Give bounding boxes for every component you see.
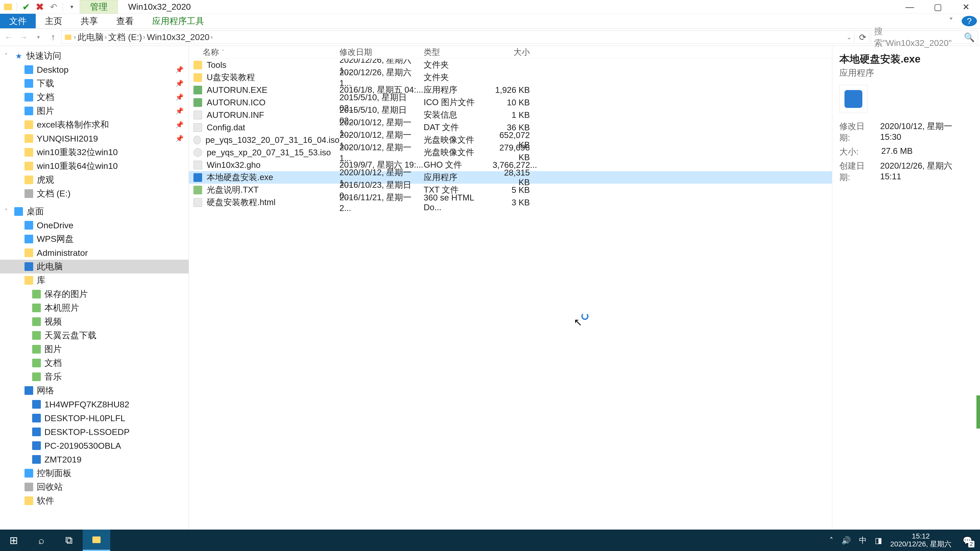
taskbar-search-button[interactable]: ⌕ — [27, 530, 55, 551]
tray-app-icon[interactable]: ◨ — [875, 536, 882, 545]
maximize-button[interactable]: ▢ — [924, 0, 952, 14]
file-row[interactable]: pe_yqs_xp_20_07_31_15_53.iso2020/10/12, … — [189, 146, 832, 159]
column-size[interactable]: 大小 — [493, 47, 536, 58]
tray-overflow-icon[interactable]: ˄ — [829, 536, 833, 545]
edge-tab[interactable] — [977, 395, 980, 429]
taskbar-clock[interactable]: 15:12 2020/12/26, 星期六 — [890, 532, 951, 548]
tree-item[interactable]: 库 — [0, 273, 189, 287]
tree-item[interactable]: 本机照片 — [0, 301, 189, 315]
tree-item[interactable]: 天翼云盘下载 — [0, 329, 189, 342]
file-row[interactable]: AUTORUN.EXE2016/1/8, 星期五 04:...应用程序1,926… — [189, 84, 832, 96]
tree-item[interactable]: DESKTOP-HL0PLFL — [0, 411, 189, 425]
tree-item[interactable]: OneDrive — [0, 218, 189, 232]
tree-quick-access[interactable]: ˅ ★ 快速访问 — [0, 49, 189, 63]
tree-item[interactable]: PC-20190530OBLA — [0, 439, 189, 453]
recent-dropdown[interactable]: ▾ — [32, 30, 45, 44]
tree-item[interactable]: 图片📌 — [0, 104, 189, 118]
file-icon — [193, 161, 202, 169]
folder-icon — [92, 537, 100, 543]
tab-app-tools[interactable]: 应用程序工具 — [143, 14, 213, 28]
search-input[interactable]: 搜索"Win10x32_2020" 🔍 — [871, 30, 978, 44]
file-icon — [193, 148, 202, 157]
tree-item[interactable]: 1H4WPFQ7KZ8HU82 — [0, 397, 189, 411]
tree-item[interactable]: 控制面板 — [0, 466, 189, 480]
tree-item-icon — [24, 176, 33, 184]
file-row[interactable]: U盘安装教程2020/12/26, 星期六 1...文件夹 — [189, 71, 832, 84]
tree-network[interactable]: 网络 — [0, 384, 189, 397]
task-view-button[interactable]: ⧉ — [55, 530, 83, 551]
up-button[interactable]: ↑ — [46, 30, 60, 44]
tree-item[interactable]: WPS网盘 — [0, 232, 189, 246]
file-row[interactable]: 光盘说明.TXT2016/10/23, 星期日 0...TXT 文件5 KB — [189, 184, 832, 196]
tree-item[interactable]: 回收站 — [0, 480, 189, 494]
address-bar[interactable]: › 此电脑› 文档 (E:)› Win10x32_2020› ⌄ — [61, 30, 854, 44]
back-button[interactable]: ← — [2, 30, 15, 44]
tree-item[interactable]: 视频 — [0, 315, 189, 329]
details-value: 2020/12/26, 星期六 15:11 — [880, 160, 973, 183]
breadcrumb[interactable]: Win10x32_2020› — [147, 32, 213, 42]
tree-item-icon — [24, 189, 33, 198]
tree-item[interactable]: ZMT2019 — [0, 453, 189, 466]
tree-item[interactable]: 此电脑 — [0, 260, 189, 273]
tab-file[interactable]: 文件 — [0, 14, 36, 28]
help-button[interactable]: ? — [962, 16, 977, 26]
tree-item-label: 图片 — [37, 105, 54, 117]
column-date[interactable]: 修改日期 — [339, 47, 424, 58]
address-dropdown-icon[interactable]: ⌄ — [846, 34, 852, 41]
tree-item[interactable]: YUNQISHI2019📌 — [0, 132, 189, 145]
file-row[interactable]: 本地硬盘安装.exe2020/10/12, 星期一 1...应用程序28,315… — [189, 171, 832, 184]
tree-item[interactable]: excel表格制作求和📌 — [0, 118, 189, 132]
ime-indicator[interactable]: 中 — [859, 535, 867, 546]
tree-item[interactable]: 下载📌 — [0, 76, 189, 90]
tree-item[interactable]: 软件 — [0, 494, 189, 508]
tree-item-icon — [24, 235, 33, 243]
tree-item[interactable]: win10重装64位win10 — [0, 159, 189, 173]
tree-item[interactable]: 音乐 — [0, 370, 189, 384]
tree-item[interactable]: 文档 — [0, 356, 189, 370]
minimize-button[interactable]: — — [896, 0, 924, 14]
file-type: 360 se HTML Do... — [424, 193, 493, 212]
refresh-button[interactable]: ⟳ — [856, 30, 869, 44]
file-type: 应用程序 — [424, 84, 493, 96]
close-button[interactable]: ✕ — [952, 0, 980, 14]
tree-item[interactable]: DESKTOP-LSSOEDP — [0, 425, 189, 439]
file-list: 名称˄ 修改日期 类型 大小 Tools2020/12/26, 星期六 1...… — [189, 46, 832, 539]
nav-tree[interactable]: ˅ ★ 快速访问 Desktop📌下载📌文档📌图片📌excel表格制作求和📌YU… — [0, 46, 189, 539]
tree-item[interactable]: Administrator — [0, 246, 189, 260]
check-icon[interactable]: ✔ — [21, 2, 31, 12]
tree-item-label: 软件 — [37, 495, 54, 507]
taskbar-explorer[interactable] — [83, 530, 110, 551]
tree-item[interactable]: win10重装32位win10 — [0, 145, 189, 159]
file-row[interactable]: AUTORUN.INF2015/5/10, 星期日 02...安装信息1 KB — [189, 109, 832, 121]
tree-item[interactable]: 虎观 — [0, 173, 189, 187]
column-name[interactable]: 名称˄ — [189, 47, 339, 58]
taskbar: ⊞ ⌕ ⧉ ˄ 🔊 中 ◨ 15:12 2020/12/26, 星期六 💬2 — [0, 530, 980, 551]
tree-item[interactable]: 文档📌 — [0, 90, 189, 104]
tab-view[interactable]: 查看 — [107, 14, 143, 28]
folder-icon — [65, 35, 72, 40]
x-icon[interactable]: ✖ — [35, 2, 45, 12]
tree-item-label: 图片 — [45, 343, 62, 355]
breadcrumb[interactable]: 文档 (E:)› — [108, 32, 145, 43]
volume-icon[interactable]: 🔊 — [842, 536, 851, 545]
tree-item[interactable]: 文档 (E:) — [0, 187, 189, 200]
tree-item[interactable]: Desktop📌 — [0, 63, 189, 76]
breadcrumb[interactable]: 此电脑› — [78, 32, 107, 43]
tree-item[interactable]: 图片 — [0, 342, 189, 356]
file-row[interactable]: AUTORUN.ICO2015/5/10, 星期日 02...ICO 图片文件1… — [189, 96, 832, 109]
start-button[interactable]: ⊞ — [0, 530, 27, 551]
tab-home[interactable]: 主页 — [36, 14, 72, 28]
tab-share[interactable]: 共享 — [72, 14, 107, 28]
file-row[interactable]: 硬盘安装教程.html2016/11/21, 星期一 2...360 se HT… — [189, 196, 832, 209]
file-name: AUTORUN.INF — [207, 110, 264, 120]
tree-desktop[interactable]: ˅ 桌面 — [0, 205, 189, 218]
system-tray: ˄ 🔊 中 ◨ 15:12 2020/12/26, 星期六 💬2 — [824, 530, 980, 551]
tree-item[interactable]: 保存的图片 — [0, 287, 189, 301]
column-type[interactable]: 类型 — [424, 47, 493, 58]
file-row[interactable]: Tools2020/12/26, 星期六 1...文件夹 — [189, 59, 832, 71]
action-center-button[interactable]: 💬2 — [959, 533, 975, 548]
qat-dropdown-icon[interactable]: ▾ — [67, 2, 76, 12]
undo-icon[interactable]: ↶ — [49, 2, 59, 12]
forward-button[interactable]: → — [17, 30, 30, 44]
tree-item-label: 1H4WPFQ7KZ8HU82 — [45, 400, 129, 410]
